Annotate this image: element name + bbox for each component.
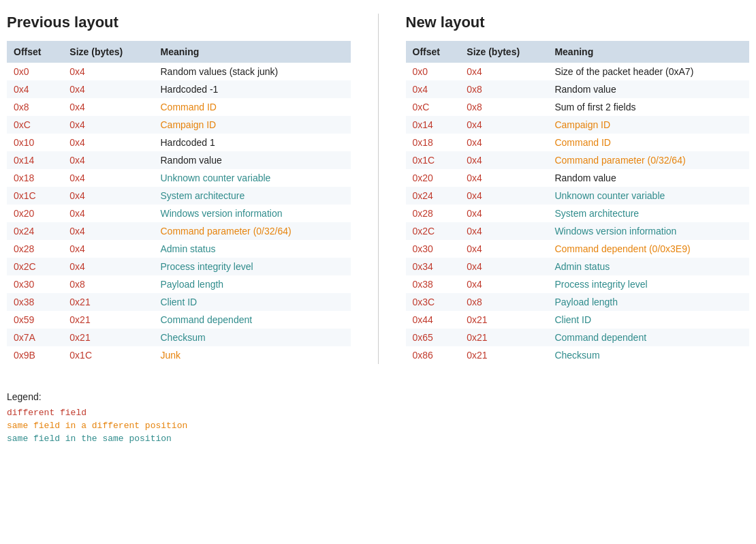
cell-size: 0x21: [63, 293, 153, 311]
cell-size: 0x4: [63, 116, 153, 134]
cell-size: 0x4: [460, 222, 548, 240]
cell-offset: 0x4: [406, 80, 460, 98]
new-layout-title: New layout: [406, 14, 750, 31]
table-row: 0xC 0x4 Campaign ID: [7, 116, 351, 134]
cell-offset: 0x8: [7, 98, 63, 116]
cell-meaning: Windows version information: [548, 222, 749, 240]
table-row: 0x86 0x21 Checksum: [406, 346, 750, 364]
new-col-meaning: Meaning: [548, 41, 749, 63]
legend-section: Legend: different fieldsame field in a d…: [7, 391, 749, 444]
new-layout-table: Offset Size (bytes) Meaning 0x0 0x4 Size…: [406, 41, 750, 364]
table-row: 0x20 0x4 Windows version information: [7, 205, 351, 222]
cell-offset: 0x28: [406, 205, 460, 222]
cell-meaning: Process integrity level: [154, 258, 351, 275]
table-row: 0x9B 0x1C Junk: [7, 346, 351, 364]
cell-meaning: Unknown counter variable: [154, 169, 351, 187]
cell-meaning: Payload length: [154, 275, 351, 293]
legend-item: same field in the same position: [7, 434, 749, 444]
cell-meaning: Command ID: [548, 134, 749, 151]
table-row: 0x38 0x21 Client ID: [7, 293, 351, 311]
table-row: 0x2C 0x4 Windows version information: [406, 222, 750, 240]
table-row: 0x3C 0x8 Payload length: [406, 293, 750, 311]
previous-layout-section: Previous layout Offset Size (bytes) Mean…: [7, 14, 351, 364]
cell-meaning: Campaign ID: [548, 116, 749, 134]
cell-size: 0x4: [63, 98, 153, 116]
cell-meaning: Command parameter (0/32/64): [548, 151, 749, 169]
cell-meaning: Hardcoded 1: [154, 134, 351, 151]
cell-meaning: Hardcoded -1: [154, 80, 351, 98]
new-col-size: Size (bytes): [460, 41, 548, 63]
legend-item-text: same field in a different position: [7, 421, 187, 431]
cell-offset: 0x3C: [406, 293, 460, 311]
cell-offset: 0x30: [406, 240, 460, 258]
table-row: 0x44 0x21 Client ID: [406, 311, 750, 329]
layouts-container: Previous layout Offset Size (bytes) Mean…: [7, 14, 749, 364]
cell-offset: 0x0: [7, 63, 63, 80]
cell-meaning: Junk: [154, 346, 351, 364]
legend-title: Legend:: [7, 391, 749, 402]
cell-meaning: Random value: [548, 169, 749, 187]
cell-meaning: Random values (stack junk): [154, 63, 351, 80]
cell-offset: 0x24: [406, 187, 460, 205]
cell-size: 0x21: [460, 346, 548, 364]
cell-size: 0x4: [460, 240, 548, 258]
cell-meaning: Client ID: [154, 293, 351, 311]
previous-col-size: Size (bytes): [63, 41, 153, 63]
previous-layout-title: Previous layout: [7, 14, 351, 31]
cell-meaning: Random value: [548, 80, 749, 98]
table-row: 0x30 0x8 Payload length: [7, 275, 351, 293]
cell-meaning: Command dependent: [154, 311, 351, 329]
cell-offset: 0x65: [406, 329, 460, 346]
cell-offset: 0x0: [406, 63, 460, 80]
cell-size: 0x4: [63, 258, 153, 275]
layout-divider: [378, 14, 379, 364]
cell-size: 0x4: [63, 240, 153, 258]
cell-offset: 0x18: [7, 169, 63, 187]
cell-offset: 0x44: [406, 311, 460, 329]
table-row: 0x18 0x4 Command ID: [406, 134, 750, 151]
cell-size: 0x4: [63, 222, 153, 240]
cell-size: 0x21: [63, 311, 153, 329]
legend-item: same field in a different position: [7, 421, 749, 431]
cell-meaning: Windows version information: [154, 205, 351, 222]
cell-meaning: Sum of first 2 fields: [548, 98, 749, 116]
legend-item-text: different field: [7, 408, 86, 418]
table-row: 0x10 0x4 Hardcoded 1: [7, 134, 351, 151]
cell-offset: 0x1C: [7, 187, 63, 205]
cell-size: 0x4: [460, 116, 548, 134]
cell-offset: 0xC: [406, 98, 460, 116]
cell-meaning: Process integrity level: [548, 275, 749, 293]
cell-size: 0x21: [63, 329, 153, 346]
cell-meaning: Command ID: [154, 98, 351, 116]
table-row: 0x14 0x4 Random value: [7, 151, 351, 169]
cell-size: 0x4: [63, 80, 153, 98]
cell-meaning: Checksum: [154, 329, 351, 346]
cell-offset: 0x14: [7, 151, 63, 169]
cell-offset: 0x38: [7, 293, 63, 311]
cell-meaning: Command dependent (0/0x3E9): [548, 240, 749, 258]
cell-offset: 0x2C: [406, 222, 460, 240]
cell-meaning: Unknown counter variable: [548, 187, 749, 205]
table-row: 0x38 0x4 Process integrity level: [406, 275, 750, 293]
table-row: 0x18 0x4 Unknown counter variable: [7, 169, 351, 187]
cell-size: 0x4: [460, 187, 548, 205]
table-row: 0x28 0x4 System architecture: [406, 205, 750, 222]
cell-size: 0x4: [460, 134, 548, 151]
cell-offset: 0x28: [7, 240, 63, 258]
cell-offset: 0x34: [406, 258, 460, 275]
cell-size: 0x4: [63, 187, 153, 205]
table-row: 0x4 0x4 Hardcoded -1: [7, 80, 351, 98]
cell-offset: 0x2C: [7, 258, 63, 275]
cell-offset: 0xC: [7, 116, 63, 134]
cell-size: 0x8: [460, 80, 548, 98]
cell-offset: 0x1C: [406, 151, 460, 169]
table-row: 0x8 0x4 Command ID: [7, 98, 351, 116]
previous-table-header-row: Offset Size (bytes) Meaning: [7, 41, 351, 63]
cell-offset: 0x86: [406, 346, 460, 364]
table-row: 0x0 0x4 Size of the packet header (0xA7): [406, 63, 750, 80]
cell-offset: 0x30: [7, 275, 63, 293]
previous-col-offset: Offset: [7, 41, 63, 63]
cell-offset: 0x10: [7, 134, 63, 151]
cell-size: 0x4: [63, 169, 153, 187]
table-row: 0x59 0x21 Command dependent: [7, 311, 351, 329]
